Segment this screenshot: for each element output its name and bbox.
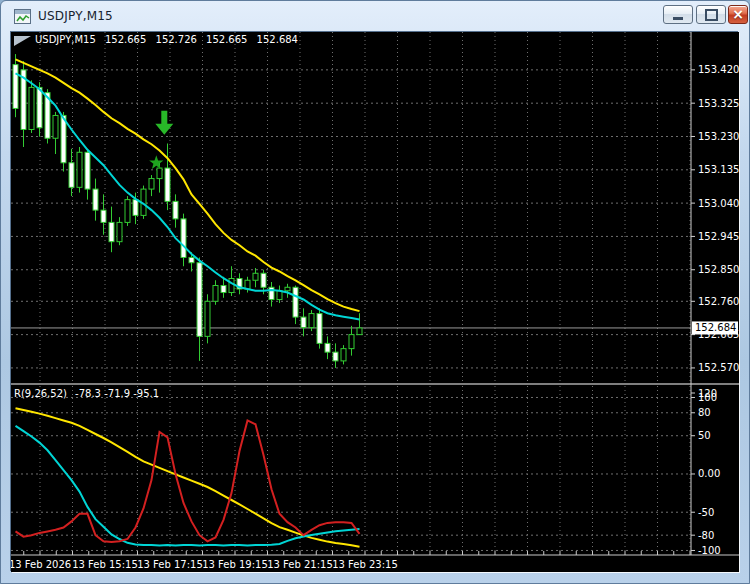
- svg-text:153.230: 153.230: [698, 131, 739, 142]
- indicator-scale[interactable]: 12010080500.00-50-80-100: [691, 388, 721, 556]
- svg-text:13 Feb 21:15: 13 Feb 21:15: [267, 559, 333, 570]
- svg-text:153.135: 153.135: [698, 164, 739, 175]
- svg-text:152.570: 152.570: [698, 362, 739, 373]
- chart-client-area[interactable]: 153.420153.325153.230153.135153.040152.9…: [11, 32, 739, 572]
- grid-layer: [11, 32, 691, 554]
- header-open: 152.665: [105, 34, 146, 45]
- ma-slow-layer: [16, 59, 360, 311]
- svg-text:153.325: 153.325: [698, 98, 739, 109]
- header-symbol: USDJPY,M15: [35, 34, 96, 45]
- ma-slow-line: [16, 59, 360, 311]
- svg-text:152.945: 152.945: [698, 231, 739, 242]
- ma-fast-layer: [16, 73, 360, 319]
- svg-text:13 Feb 23:15: 13 Feb 23:15: [332, 559, 398, 570]
- svg-text:0.00: 0.00: [698, 468, 720, 479]
- candles-layer: [13, 54, 362, 368]
- svg-text:13 Feb 17:15: 13 Feb 17:15: [137, 559, 203, 570]
- ma-fast-line: [16, 73, 360, 319]
- chart-window-icon: [14, 9, 31, 24]
- signal-star: [149, 155, 163, 169]
- chart-window: USDJPY,M15 × 153.420153.325153.230153.13…: [0, 0, 750, 584]
- indicator-label: R(9,26,52) -78.3 -71.9 -95.1: [14, 388, 164, 399]
- chart-canvas[interactable]: 153.420153.325153.230153.135153.040152.9…: [11, 32, 739, 572]
- svg-text:13 Feb 2026: 13 Feb 2026: [11, 559, 71, 570]
- restore-button[interactable]: [696, 5, 726, 24]
- header-low: 152.665: [206, 34, 247, 45]
- minimize-icon: [673, 17, 683, 20]
- pane-separator[interactable]: [11, 383, 739, 385]
- close-icon: ×: [732, 7, 744, 21]
- svg-text:13 Feb 15:15: 13 Feb 15:15: [72, 559, 138, 570]
- indicator-line-r26: [16, 426, 360, 546]
- indicator-line-r9: [16, 420, 360, 542]
- star-icon: [149, 155, 163, 169]
- header-close: 152.684: [257, 34, 298, 45]
- svg-text:-80: -80: [698, 530, 714, 541]
- current-price-tag: 152.684: [692, 321, 738, 334]
- svg-text:100: 100: [698, 392, 717, 403]
- signal-arrow: [155, 111, 173, 135]
- svg-text:152.850: 152.850: [698, 264, 739, 275]
- header-high: 152.726: [156, 34, 197, 45]
- svg-text:152.684: 152.684: [695, 322, 736, 333]
- svg-text:-100: -100: [698, 545, 721, 556]
- indicator-name: R(9,26,52): [14, 388, 67, 399]
- ohlc-header: USDJPY,M15 152.665 152.726 152.665 152.6…: [35, 34, 304, 45]
- svg-text:80: 80: [698, 407, 711, 418]
- svg-text:13 Feb 19:15: 13 Feb 19:15: [202, 559, 268, 570]
- svg-text:152.760: 152.760: [698, 296, 739, 307]
- svg-text:153.040: 153.040: [698, 198, 739, 209]
- indicator-lines-layer: [16, 408, 360, 547]
- svg-text:153.420: 153.420: [698, 64, 739, 75]
- time-axis[interactable]: 13 Feb 202613 Feb 15:1513 Feb 17:1513 Fe…: [11, 551, 739, 570]
- close-button[interactable]: ×: [728, 5, 748, 24]
- indicator-values: -78.3 -71.9 -95.1: [75, 388, 159, 399]
- restore-icon: [705, 9, 718, 21]
- title-bar[interactable]: USDJPY,M15 ×: [1, 1, 749, 32]
- svg-text:-50: -50: [698, 507, 714, 518]
- chart-shift-marker-icon: [14, 36, 31, 46]
- svg-text:50: 50: [698, 430, 711, 441]
- minimize-button[interactable]: [663, 5, 693, 24]
- sell-arrow-icon: [155, 111, 173, 135]
- window-title: USDJPY,M15: [38, 9, 113, 23]
